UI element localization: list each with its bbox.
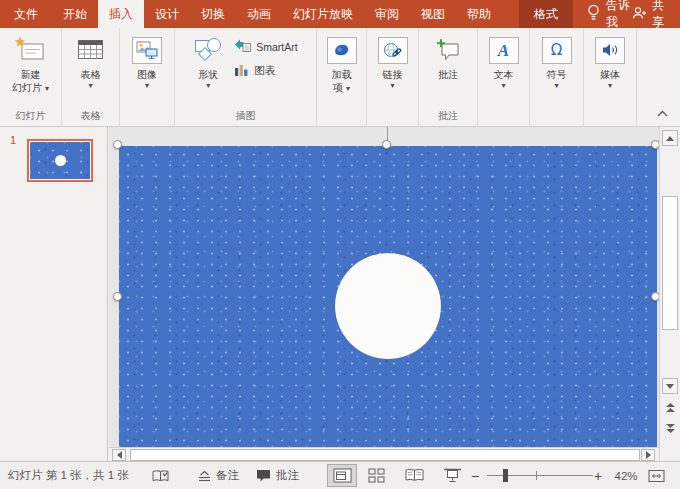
vertical-scrollbar[interactable] [659, 127, 680, 461]
spellcheck-book-icon [152, 469, 169, 483]
tab-transitions[interactable]: 切换 [190, 0, 236, 28]
tab-design[interactable]: 设计 [144, 0, 190, 28]
zoom-out-button[interactable]: − [471, 462, 479, 489]
comment-bubble-icon [256, 469, 271, 482]
reading-view-button[interactable] [399, 464, 429, 487]
selection-handle-top-right[interactable] [651, 140, 659, 149]
dropdown-arrow-icon: ▾ [608, 81, 612, 90]
omega-icon: Ω [542, 37, 572, 64]
white-circle-shape[interactable] [335, 253, 441, 359]
addins-icon [327, 37, 357, 64]
chart-button[interactable]: 图表 [231, 61, 300, 80]
slideshow-view-button[interactable] [437, 464, 467, 487]
group-links-collapsed: 链接 ▾ [367, 28, 419, 126]
slide-counter: 幻灯片 第 1 张，共 1 张 [8, 462, 129, 489]
normal-view-button[interactable] [327, 464, 357, 487]
tab-format-contextual[interactable]: 格式 [519, 0, 573, 28]
tab-animations[interactable]: 动画 [236, 0, 282, 28]
tab-view[interactable]: 视图 [410, 0, 456, 28]
new-slide-icon [14, 32, 46, 68]
group-images-collapsed: 图像 ▾ [120, 28, 175, 126]
collapse-ribbon-button[interactable] [655, 108, 669, 118]
vertical-scrollbar-thumb[interactable] [662, 196, 678, 330]
selection-handle-middle-right[interactable] [651, 292, 659, 301]
share-button[interactable]: 共享 [632, 0, 668, 28]
table-icon [77, 32, 104, 68]
ribbon-insert: 新建 幻灯片 ▾ 幻灯片 表格 ▾ 表格 [0, 28, 680, 127]
share-label: 共享 [652, 0, 668, 31]
horizontal-scrollbar[interactable] [109, 447, 659, 461]
scroll-left-button[interactable] [112, 449, 126, 461]
status-bar: 幻灯片 第 1 张，共 1 张 备注 批注 [0, 461, 680, 489]
fit-slide-to-window-button[interactable] [648, 462, 665, 489]
group-label-slides: 幻灯片 [0, 108, 61, 126]
zoom-slider-thumb[interactable] [503, 469, 508, 482]
horizontal-scrollbar-thumb[interactable] [130, 449, 640, 461]
tab-help[interactable]: 帮助 [456, 0, 502, 28]
dropdown-arrow-icon: ▾ [45, 84, 49, 93]
comments-label: 批注 [276, 468, 299, 483]
tab-insert[interactable]: 插入 [98, 0, 144, 28]
scroll-up-button[interactable] [662, 130, 678, 146]
slideshow-icon [443, 468, 462, 483]
comments-button[interactable]: 批注 [256, 462, 299, 489]
new-slide-button[interactable]: 新建 幻灯片 ▾ [9, 30, 52, 94]
group-label-tables: 表格 [62, 108, 119, 126]
addins-button[interactable]: 加载 项 ▾ [324, 30, 360, 94]
addins-label-1: 加载 [332, 68, 352, 81]
new-comment-button[interactable]: 批注 [433, 30, 463, 81]
shapes-button[interactable]: 形状 ▾ [190, 30, 226, 90]
powerpoint-window: 文件 开始 插入 设计 切换 动画 幻灯片放映 审阅 视图 帮助 格式 告诉我 … [0, 0, 680, 489]
group-illustrations: 形状 ▾ SmartArt 图表 [175, 28, 317, 126]
smartart-icon [234, 38, 251, 55]
media-button[interactable]: 媒体 ▾ [592, 30, 628, 90]
chart-icon [234, 62, 249, 79]
symbols-button[interactable]: Ω 符号 ▾ [539, 30, 575, 90]
dropdown-arrow-icon: ▾ [554, 81, 558, 90]
slide-thumbnail-1[interactable] [27, 139, 93, 182]
slide-canvas[interactable] [109, 127, 659, 447]
proofing-button[interactable] [152, 462, 169, 489]
comment-label: 批注 [438, 68, 458, 81]
symbols-label: 符号 [547, 68, 567, 81]
zoom-level-button[interactable]: 42% [608, 462, 644, 489]
tab-file[interactable]: 文件 [0, 0, 52, 28]
notes-button[interactable]: 备注 [198, 462, 239, 489]
links-button[interactable]: 链接 ▾ [375, 30, 411, 90]
dropdown-arrow-icon: ▾ [88, 81, 92, 90]
selection-handle-top-left[interactable] [113, 140, 122, 149]
selection-handle-top-center[interactable] [382, 140, 391, 149]
selection-handle-middle-left[interactable] [113, 292, 122, 301]
dropdown-arrow-icon: ▾ [346, 84, 350, 93]
tell-me-button[interactable]: 告诉我 [587, 0, 632, 28]
smartart-button[interactable]: SmartArt [231, 37, 300, 56]
italic-a-icon: A [489, 37, 519, 64]
zoom-in-button[interactable]: + [594, 462, 602, 489]
next-slide-button[interactable] [662, 420, 678, 436]
slide-background-shape[interactable] [119, 146, 657, 447]
lightbulb-icon [587, 4, 600, 24]
text-button[interactable]: A 文本 ▾ [486, 30, 522, 90]
previous-slide-button[interactable] [662, 400, 678, 416]
rotation-handle-stem[interactable] [387, 127, 388, 141]
scroll-right-button[interactable] [641, 449, 655, 461]
shapes-label: 形状 [198, 68, 218, 81]
group-addins-collapsed: 加载 项 ▾ [317, 28, 367, 126]
images-button[interactable]: 图像 ▾ [129, 30, 165, 90]
normal-view-icon [333, 468, 352, 483]
slide-sorter-view-button[interactable] [361, 464, 391, 487]
tab-home[interactable]: 开始 [52, 0, 98, 28]
reading-view-icon [405, 468, 424, 483]
dropdown-arrow-icon: ▾ [206, 81, 210, 90]
notes-icon [198, 470, 211, 482]
new-slide-label-2: 幻灯片 ▾ [12, 81, 49, 94]
media-label: 媒体 [600, 68, 620, 81]
plus-icon: + [594, 469, 602, 483]
table-button[interactable]: 表格 ▾ [74, 30, 107, 90]
tab-slideshow[interactable]: 幻灯片放映 [282, 0, 364, 28]
tab-review[interactable]: 审阅 [364, 0, 410, 28]
group-comments: 批注 批注 [419, 28, 478, 126]
slide-number: 1 [10, 134, 16, 146]
double-chevron-down-icon [666, 423, 675, 433]
scroll-down-button[interactable] [662, 378, 678, 394]
